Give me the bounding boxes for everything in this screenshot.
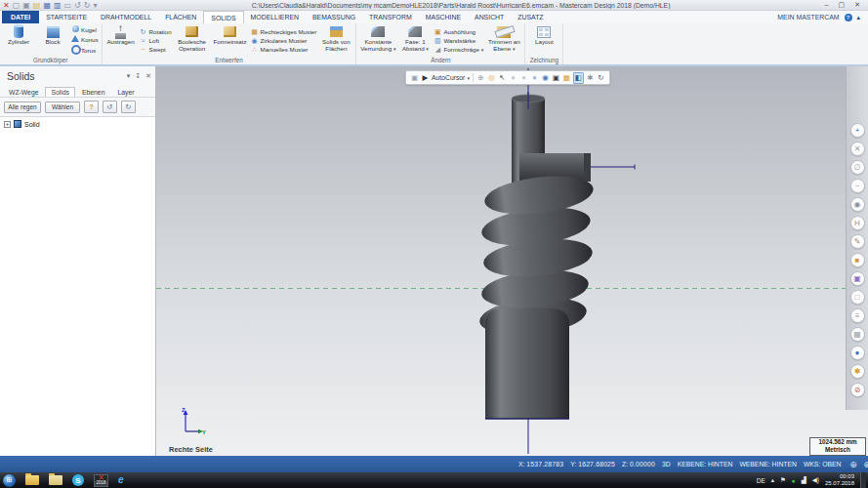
- browser-icon[interactable]: e: [118, 475, 124, 485]
- select-single-icon[interactable]: ●: [530, 73, 539, 83]
- konus-button[interactable]: Konus: [71, 35, 99, 43]
- manuelles-muster-button[interactable]: ∴ Manuelles Muster: [251, 46, 317, 53]
- panel-tab[interactable]: WZ-Wege: [3, 87, 44, 97]
- trimmen-an-ebene-button[interactable]: Trimmen an Ebene ▾: [486, 24, 521, 53]
- ribbon-tab[interactable]: DRAHTMODELL: [94, 11, 158, 23]
- volume-icon[interactable]: ◀): [812, 476, 819, 484]
- torus-button[interactable]: Torus: [71, 45, 99, 56]
- gear-icon[interactable]: ✱: [586, 73, 595, 83]
- analyze-view-icon[interactable]: ◉: [850, 197, 865, 212]
- ribbon-tab[interactable]: TRANSFORM: [362, 11, 419, 23]
- ribbon-tab[interactable]: ZUSATZ: [511, 11, 550, 23]
- ribbon-tab[interactable]: BEMASSUNG: [306, 11, 362, 23]
- help-icon[interactable]: ?: [845, 14, 852, 21]
- fast-point-icon[interactable]: ⊕: [476, 73, 485, 83]
- select-arrow-icon[interactable]: ↖: [498, 73, 507, 83]
- gview-icon-2[interactable]: ⊕: [861, 459, 868, 469]
- tree-item-solid[interactable]: + Solid: [4, 120, 155, 128]
- copy-icon[interactable]: ▣: [22, 1, 30, 10]
- open-file-icon[interactable]: ▤: [33, 1, 41, 10]
- wcs-status[interactable]: WKS: OBEN: [804, 461, 842, 468]
- select-window-icon[interactable]: ●: [509, 73, 517, 83]
- minimize-button[interactable]: –: [825, 1, 829, 9]
- ribbon-tab[interactable]: SOLIDS: [203, 11, 243, 23]
- zoom-in-icon[interactable]: +: [850, 123, 865, 138]
- settings-gear-icon[interactable]: ✱: [850, 364, 865, 379]
- aushoehlung-button[interactable]: ▣ Aushöhlung: [434, 28, 483, 35]
- save-as-icon[interactable]: ▥: [54, 1, 62, 10]
- panel-tab[interactable]: Layer: [111, 87, 140, 97]
- mastercam-logo-icon[interactable]: ✕: [3, 1, 10, 10]
- explorer-icon[interactable]: [25, 475, 39, 485]
- disable-icon[interactable]: ⊘: [850, 383, 865, 397]
- snap-settings-icon[interactable]: ◎: [487, 73, 496, 83]
- wandstaerke-button[interactable]: ▥ Wandstärke: [434, 37, 483, 44]
- panel-pin-icon[interactable]: ↧: [135, 72, 141, 80]
- panel-menu-icon[interactable]: ▾: [127, 72, 131, 80]
- analyze-distance-icon[interactable]: H: [850, 216, 865, 230]
- redo-icon[interactable]: ↻: [84, 1, 91, 10]
- measure-icon[interactable]: ≡: [850, 308, 865, 323]
- panel-close-icon[interactable]: ✕: [145, 72, 151, 80]
- panel-icon[interactable]: □: [850, 290, 865, 305]
- undo-icon[interactable]: ↺: [74, 1, 81, 10]
- select-solid-body-icon[interactable]: ◉: [541, 73, 550, 83]
- network-icon[interactable]: ▟: [802, 476, 806, 484]
- loft-button[interactable]: ≈ Loft: [140, 37, 172, 44]
- flag-icon[interactable]: ⚑: [780, 476, 786, 484]
- ribbon-tab[interactable]: MODELLIEREN: [244, 11, 306, 23]
- austragen-button[interactable]: Austragen: [105, 24, 137, 46]
- mesh-icon[interactable]: ●: [850, 346, 865, 360]
- print-icon[interactable]: ▭: [64, 1, 72, 10]
- redo-icon[interactable]: ↻: [121, 101, 136, 113]
- gview-status[interactable]: WEBENE: HINTEN: [739, 461, 797, 468]
- graphics-viewport[interactable]: ▣ ▶ AutoCursor ▾ ⊕◎↖●●●◉▣▦◧✱↻ Z Y Rechte…: [156, 66, 868, 456]
- undo-icon[interactable]: ↺: [103, 101, 117, 113]
- language-indicator[interactable]: DE: [757, 477, 765, 484]
- start-button[interactable]: ⊞: [3, 474, 16, 487]
- update-icon[interactable]: ●: [792, 477, 796, 484]
- hint-lamp-icon[interactable]: ?: [84, 101, 99, 113]
- regen-all-button[interactable]: Alle regen: [4, 102, 41, 113]
- formschraege-button[interactable]: ◢ Formschräge ▾: [434, 46, 483, 53]
- ribbon-tab[interactable]: FLÄCHEN: [158, 11, 203, 23]
- mode-3d[interactable]: 3D: [662, 461, 671, 468]
- solids-von-flaechen-button[interactable]: Solids von Flächen: [319, 24, 352, 53]
- ribbon-tab[interactable]: STARTSEITE: [39, 11, 94, 23]
- konstante-verrundung-button[interactable]: Konstante Verrundung ▾: [359, 24, 396, 53]
- layout-button[interactable]: Layout: [528, 24, 559, 46]
- selection-toggle-icon[interactable]: ◧: [573, 72, 584, 84]
- close-button[interactable]: ✕: [854, 1, 860, 9]
- collapse-ribbon-icon[interactable]: ▴: [857, 14, 860, 21]
- new-file-icon[interactable]: ▢: [13, 1, 21, 10]
- zylinder-button[interactable]: Zylinder: [3, 24, 34, 46]
- tray-expand-icon[interactable]: ▴: [771, 476, 774, 484]
- mastercam-taskbar-icon[interactable]: ✕ 2018: [94, 474, 108, 487]
- analyze-diameter-icon[interactable]: ∅: [850, 160, 865, 175]
- analyze-curve-icon[interactable]: ~: [850, 179, 865, 193]
- ribbon-tab[interactable]: MASCHINE: [419, 11, 468, 23]
- save-icon[interactable]: ▦: [43, 1, 51, 10]
- ribbon-tab[interactable]: ANSICHT: [468, 11, 511, 23]
- panel-tab[interactable]: Ebenen: [76, 87, 110, 97]
- analyze-entity-icon[interactable]: ✕: [850, 142, 865, 156]
- zirkulares-muster-button[interactable]: ◉ Zirkulares Muster: [251, 37, 317, 44]
- select-polygon-icon[interactable]: ●: [519, 73, 528, 83]
- solids-group-icon[interactable]: ▣: [850, 271, 865, 286]
- autocursor-dropdown-icon[interactable]: ▾: [467, 75, 470, 81]
- maximize-button[interactable]: ▢: [839, 1, 846, 9]
- autocursor-label[interactable]: AutoCursor: [432, 74, 465, 81]
- swept-button[interactable]: ~ Swept: [140, 46, 172, 53]
- rotation-button[interactable]: ↻ Rotation: [140, 28, 172, 35]
- fase-button[interactable]: Fase: 1 Abstand ▾: [399, 24, 431, 53]
- repaint-icon[interactable]: ↻: [597, 73, 605, 83]
- solid-box-icon[interactable]: ■: [850, 253, 865, 267]
- gview-icon-1[interactable]: ⊕: [847, 459, 858, 469]
- boolesche-operation-button[interactable]: Boolesche Operation: [175, 24, 210, 53]
- rechteckiges-muster-button[interactable]: ▦ Rechteckiges Muster: [251, 28, 317, 35]
- tab-datei[interactable]: DATEI: [2, 11, 39, 23]
- panel-tab[interactable]: Solids: [45, 87, 75, 97]
- show-desktop-button[interactable]: [860, 472, 866, 488]
- analyze-dynamic-icon[interactable]: ✎: [850, 234, 865, 249]
- tree-expand-icon[interactable]: +: [4, 121, 11, 128]
